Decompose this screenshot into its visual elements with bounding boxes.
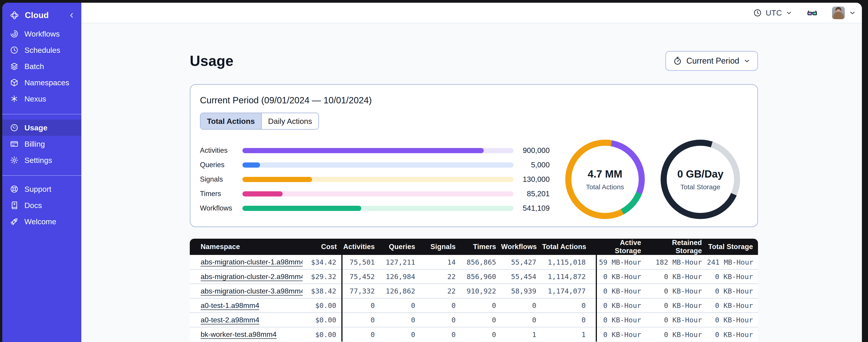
sidebar-item-namespaces[interactable]: Namespaces xyxy=(2,74,81,91)
period-selector-button[interactable]: Current Period xyxy=(665,51,758,71)
sidebar-item-settings[interactable]: Settings xyxy=(2,152,81,168)
bar-fill xyxy=(242,191,283,197)
sidebar-item-usage[interactable]: Usage xyxy=(2,119,81,136)
column-header-retained-storage: Retained Storage xyxy=(646,239,707,255)
sidebar-divider xyxy=(2,175,81,176)
bar-row-activities: Activities900,000 xyxy=(200,143,550,158)
value-cell: 0 KB-Hour xyxy=(596,269,646,284)
value-cell: 0 xyxy=(420,298,461,313)
namespace-link[interactable]: bk-worker-test.a98mm4 xyxy=(200,330,277,338)
timezone-selector[interactable]: UTC xyxy=(753,8,792,18)
value-cell: 0 xyxy=(501,313,541,327)
column-header-activities: Activities xyxy=(342,239,380,255)
donut-label: Total Storage xyxy=(680,183,720,191)
bar-fill xyxy=(242,206,361,211)
value-cell: 0 KB-Hour xyxy=(646,269,707,284)
value-cell: 0 KB-Hour xyxy=(596,327,646,342)
namespace-cell: a0-test-1.a98mm4 xyxy=(190,298,303,313)
value-cell: 0 xyxy=(461,298,501,313)
sidebar-item-label: Batch xyxy=(24,62,44,71)
usage-donuts: 4.7 MMTotal Actions0 GB/DayTotal Storage xyxy=(565,140,740,219)
page-head: Usage Current Period xyxy=(190,50,758,71)
namespaces-icon xyxy=(9,78,19,87)
value-cell: $0.00 xyxy=(303,298,342,313)
sidebar-item-welcome[interactable]: Welcome xyxy=(2,213,81,230)
value-cell: 0 xyxy=(541,298,596,313)
workflows-icon xyxy=(9,29,19,38)
app-window: UTC xyxy=(2,3,862,342)
bar-value: 900,000 xyxy=(514,146,550,155)
bar-value: 5,000 xyxy=(514,161,550,169)
settings-icon xyxy=(9,156,19,165)
value-cell: 1 xyxy=(501,327,541,342)
support-icon xyxy=(9,184,19,194)
value-cell: 126,862 xyxy=(380,284,420,298)
sidebar-item-support[interactable]: Support xyxy=(2,181,81,197)
value-cell: 75,452 xyxy=(342,269,380,284)
sidebar-item-label: Namespaces xyxy=(24,78,69,87)
value-cell: 0 xyxy=(342,313,380,327)
bar-label: Workflows xyxy=(200,204,242,212)
schedules-icon xyxy=(9,45,19,55)
namespace-link[interactable]: abs-migration-cluster-2.a98mm4 xyxy=(200,273,303,281)
page-title: Usage xyxy=(190,53,234,69)
table-row: a0-test-1.a98mm4$0.000000000 KB-Hour0 KB… xyxy=(190,298,758,313)
bar-label: Activities xyxy=(200,146,242,155)
stopwatch-icon xyxy=(673,56,682,66)
account-menu[interactable] xyxy=(832,6,856,19)
value-cell: 0 xyxy=(461,313,501,327)
bar-label: Signals xyxy=(200,175,242,183)
namespace-link[interactable]: abs-migration-cluster-3.a98mm4 xyxy=(200,287,303,295)
panel-title: Current Period (09/01/2024 — 10/01/2024) xyxy=(200,95,748,105)
bar-track xyxy=(242,206,514,211)
donut-value: 0 GB/Day xyxy=(677,168,724,180)
value-cell: 14 xyxy=(420,255,461,269)
sidebar-item-nexus[interactable]: Nexus xyxy=(2,91,81,107)
sidebar-collapse-button[interactable] xyxy=(68,11,75,19)
bar-fill xyxy=(242,177,312,182)
sidebar-item-schedules[interactable]: Schedules xyxy=(2,42,81,58)
tab-daily-actions[interactable]: Daily Actions xyxy=(261,113,318,129)
tab-total-actions[interactable]: Total Actions xyxy=(200,113,261,129)
donut-total-storage: 0 GB/DayTotal Storage xyxy=(660,140,740,219)
sidebar-item-batch[interactable]: Batch xyxy=(2,58,81,74)
bar-fill xyxy=(242,163,260,168)
sidebar-item-docs[interactable]: Docs xyxy=(2,197,81,213)
value-cell: 0 KB-Hour xyxy=(707,313,758,327)
namespace-link[interactable]: a0-test-1.a98mm4 xyxy=(200,301,259,309)
value-cell: 1,114,872 xyxy=(541,269,596,284)
value-cell: 0 xyxy=(380,298,420,313)
value-cell: 58,939 xyxy=(501,284,541,298)
column-header-workflows: Workflows xyxy=(501,239,541,255)
namespace-cell: a0-test-2.a98mm4 xyxy=(190,313,303,327)
bar-track xyxy=(242,163,514,168)
sidebar-item-workflows[interactable]: Workflows xyxy=(2,26,81,42)
table-body: abs-migration-cluster-1.a98mm4$34.4275,5… xyxy=(190,255,758,342)
namespace-cell: abs-migration-cluster-3.a98mm4 xyxy=(190,284,303,298)
value-cell: 1,115,018 xyxy=(541,255,596,269)
value-cell: 0 xyxy=(380,313,420,327)
value-cell: 0 xyxy=(541,313,596,327)
value-cell: 1 xyxy=(541,327,596,342)
brand: Cloud xyxy=(2,3,81,26)
bar-value: 85,201 xyxy=(514,190,550,198)
value-cell: 75,501 xyxy=(342,255,380,269)
column-header-active-storage: Active Storage xyxy=(596,239,646,255)
donut-label: Total Actions xyxy=(586,183,624,191)
glasses-icon[interactable] xyxy=(806,8,818,18)
value-cell: 0 KB-Hour xyxy=(596,298,646,313)
value-cell: 0 xyxy=(420,313,461,327)
table-row: abs-migration-cluster-1.a98mm4$34.4275,5… xyxy=(190,255,758,269)
namespace-link[interactable]: abs-migration-cluster-1.a98mm4 xyxy=(200,258,303,266)
value-cell: 59 MB-Hour xyxy=(596,255,646,269)
value-cell: 0 KB-Hour xyxy=(707,284,758,298)
namespace-cell: abs-migration-cluster-1.a98mm4 xyxy=(190,255,303,269)
namespace-link[interactable]: a0-test-2.a98mm4 xyxy=(200,316,259,324)
value-cell: $34.42 xyxy=(303,255,342,269)
nexus-icon xyxy=(9,94,19,103)
table-row: abs-migration-cluster-2.a98mm4$29.3275,4… xyxy=(190,269,758,284)
value-cell: 856,960 xyxy=(461,269,501,284)
chevron-down-icon xyxy=(849,9,856,16)
sidebar-item-billing[interactable]: Billing xyxy=(2,136,81,152)
value-cell: 0 xyxy=(342,327,380,342)
